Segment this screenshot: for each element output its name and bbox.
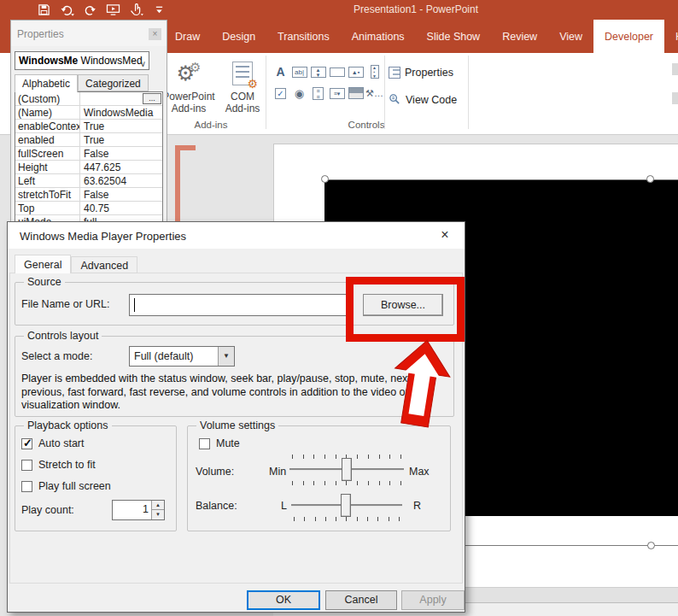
view-code-icon [389,93,401,108]
play-count-value: 1 [143,503,149,515]
chevron-down-icon: ∨ [140,56,146,70]
undo-icon[interactable] [59,2,74,17]
listbox-icon[interactable]: ≡≡ [309,83,327,103]
com-addins-button[interactable]: ⚙ COM Add-ins [220,56,265,114]
source-label: Source [24,276,65,288]
clipped-ribbon-button [672,92,678,104]
redo-icon[interactable] [82,2,97,17]
view-code-button[interactable]: View Code [389,91,457,109]
properties-button[interactable]: Properties [389,63,453,82]
controls-group-label: Controls [270,120,463,130]
stretch-to-fit-checkbox[interactable]: ✓ Stretch to fit [21,459,96,471]
property-row[interactable]: (Name) WindowsMedia [15,106,162,120]
group-separator [468,56,469,129]
selection-handle-top-right[interactable] [646,175,654,183]
scrollbar-icon[interactable]: ▲▪▼ [365,62,383,82]
volume-settings-label: Volume settings [196,419,278,431]
tab-general[interactable]: General [15,255,71,273]
custom-browse-button[interactable]: ... [143,93,161,104]
spinbutton-icon[interactable]: ▲▼ [309,62,327,82]
tab-design[interactable]: Design [211,20,266,53]
tab-transitions[interactable]: Transitions [266,20,341,53]
selection-handle-bottom[interactable] [647,542,655,549]
textbox-icon[interactable]: ab| [290,62,308,82]
controls-gallery: A ab| ▲▼ ▲▪ ▲▪▼ ✓ ◉ ≡≡ ≡▾ ⚒… [272,62,383,106]
properties-icon [389,67,400,79]
partial-annotation-rectangle [175,145,180,222]
tab-advanced[interactable]: Advanced [71,256,137,273]
cancel-button[interactable]: Cancel [325,590,397,610]
close-icon[interactable]: × [149,28,161,40]
combobox-icon[interactable]: ≡▾ [328,83,346,103]
property-row[interactable]: Height 447.625 [15,161,162,174]
label-icon[interactable]: A [272,62,289,82]
wmp-properties-dialog: Windows Media Player Properties × Genera… [7,221,465,613]
balance-left-label: L [281,500,287,512]
playback-options-label: Playback options [24,419,112,431]
filename-input[interactable] [129,294,351,316]
checkbox-icon[interactable]: ✓ [272,83,289,103]
balance-slider[interactable] [291,490,402,521]
tab-animations[interactable]: Animations [341,20,416,53]
property-row[interactable]: enabled True [15,133,162,147]
image-icon[interactable]: ▲▪ [347,62,365,82]
addins-group-label: Add-ins [157,120,265,130]
property-row[interactable]: stretchToFit False [15,188,162,202]
volume-slider[interactable] [289,455,404,485]
volume-label: Volume: [196,466,234,478]
property-row[interactable]: (Custom) ... [15,92,162,106]
group-separator [266,56,266,129]
tab-review[interactable]: Review [491,20,548,53]
togglebutton-icon[interactable] [347,83,365,103]
dialog-title: Windows Media Player Properties [20,230,186,243]
touch-mode-icon[interactable] [128,2,143,17]
property-row[interactable]: fullScreen False [15,147,162,161]
optionbutton-icon[interactable]: ◉ [290,83,308,103]
balance-right-label: R [413,500,421,512]
properties-panel-title: Properties [17,28,64,40]
quick-access-toolbar [36,2,167,17]
text-caret [134,298,135,312]
filename-label: File Name or URL: [21,298,110,310]
annotation-highlight-rectangle [346,277,465,342]
selection-handle-top-left[interactable] [321,175,329,183]
close-icon[interactable]: × [436,227,453,243]
auto-start-checkbox[interactable]: ✓ Auto start [21,437,85,449]
mode-select[interactable]: Full (default) ▼ [129,346,235,367]
property-row[interactable]: Top 40.75 [15,202,162,215]
property-row[interactable]: enableContextM True [15,120,162,133]
tab-draw[interactable]: Draw [164,20,211,53]
save-icon[interactable] [36,2,51,17]
tab-help[interactable]: Help [664,20,678,53]
controls-layout-label: Controls layout [24,330,102,342]
tab-categorized[interactable]: Categorized [78,74,149,91]
powerpoint-addins-button[interactable]: ⚙⚙ PowerPoint Add-ins [159,56,219,114]
spin-up-icon[interactable]: ▲ [152,501,164,510]
mute-checkbox[interactable]: ✓ Mute [199,437,240,449]
spin-down-icon[interactable]: ▼ [152,510,164,519]
tab-slide-show[interactable]: Slide Show [416,20,492,53]
balance-slider-thumb[interactable] [341,494,351,517]
tab-alphabetic[interactable]: Alphabetic [15,74,78,92]
com-addins-icon: ⚙ [232,62,253,85]
property-row[interactable]: Left 63.62504 [15,174,162,188]
apply-button[interactable]: Apply [401,590,465,610]
commandbutton-icon[interactable] [328,62,346,82]
play-full-screen-checkbox[interactable]: ✓ Play full screen [21,480,111,492]
object-selector-dropdown[interactable]: WindowsMe WindowsMed ∨ [15,51,149,70]
properties-panel-titlebar: Properties × [11,21,167,46]
balance-label: Balance: [196,500,237,512]
more-controls-icon[interactable]: ⚒… [365,83,383,103]
play-count-stepper[interactable]: 1 ▲ ▼ [112,500,165,520]
chevron-down-icon[interactable]: ▼ [218,347,234,366]
tab-developer[interactable]: Developer [593,20,664,53]
start-slideshow-icon[interactable] [105,2,120,17]
dialog-titlebar: Windows Media Player Properties × [8,222,465,249]
volume-min-label: Min [269,466,286,478]
tab-view[interactable]: View [548,20,593,53]
volume-slider-thumb[interactable] [342,458,352,481]
dialog-tabs: General Advanced [15,255,137,273]
mode-description: Player is embedded with the status windo… [21,373,441,413]
ok-button[interactable]: OK [247,590,320,610]
annotation-arrow-up [382,337,460,435]
